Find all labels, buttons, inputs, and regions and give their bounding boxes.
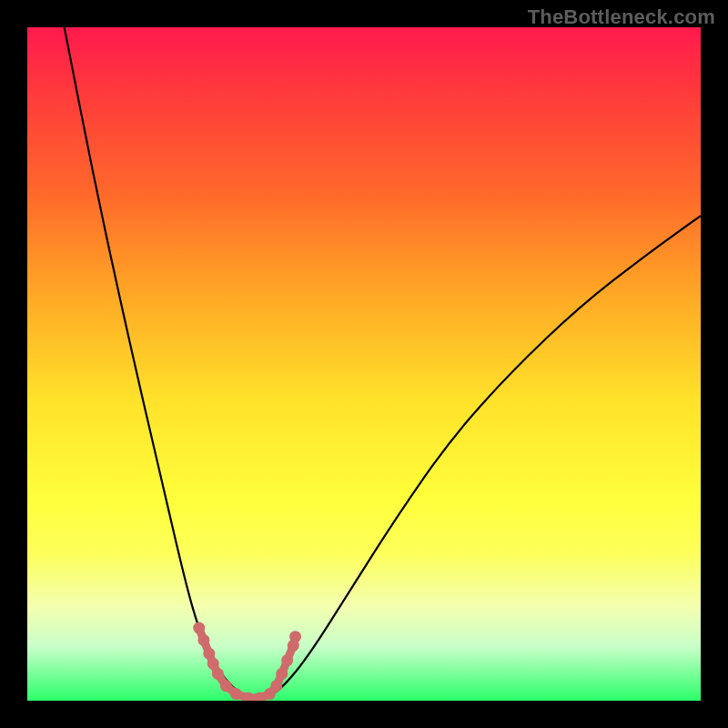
highlight-point <box>207 658 219 670</box>
highlight-point <box>220 680 232 692</box>
highlight-point <box>193 622 205 634</box>
right-branch-curve <box>267 216 701 697</box>
plot-area <box>27 27 701 701</box>
chart-frame: TheBottleneck.com <box>0 0 728 728</box>
highlight-point <box>203 648 215 660</box>
highlight-point <box>270 680 282 692</box>
highlight-point <box>276 668 288 680</box>
curves-svg <box>27 27 701 701</box>
highlight-point <box>289 631 301 642</box>
highlight-point <box>212 668 224 680</box>
left-branch-curve <box>65 27 251 697</box>
highlight-point <box>281 654 293 666</box>
watermark-text: TheBottleneck.com <box>528 5 715 29</box>
highlight-point <box>230 688 242 700</box>
highlight-marker-dots <box>193 622 301 701</box>
highlight-point <box>197 634 209 646</box>
